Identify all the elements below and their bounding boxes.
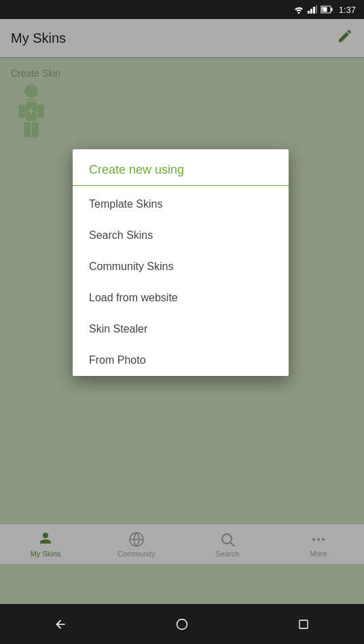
status-bar: ! 1:37: [0, 0, 364, 19]
battery-icon: !: [321, 5, 333, 14]
svg-point-14: [177, 619, 187, 629]
wifi-icon: [293, 5, 304, 14]
system-nav-bar: [0, 604, 364, 644]
dialog-title: Create new using: [73, 149, 289, 186]
svg-rect-15: [299, 620, 308, 628]
from-photo-option[interactable]: From Photo: [73, 345, 289, 376]
status-time: 1:37: [339, 5, 356, 15]
load-from-website-option[interactable]: Load from website: [73, 282, 289, 314]
search-skins-option[interactable]: Search Skins: [73, 220, 289, 251]
svg-text:!: !: [322, 8, 323, 13]
svg-rect-5: [331, 8, 332, 12]
signal-icon: [308, 5, 317, 14]
main-content: My Skins Create Skin +: [0, 19, 364, 604]
svg-rect-0: [308, 11, 310, 14]
recents-button[interactable]: [289, 609, 318, 639]
svg-rect-1: [310, 9, 312, 14]
community-skins-option[interactable]: Community Skins: [73, 251, 289, 282]
create-new-dialog: Create new using Template Skins Search S…: [73, 149, 289, 376]
status-icons: ! 1:37: [293, 5, 356, 15]
svg-rect-2: [313, 7, 315, 14]
svg-rect-3: [316, 5, 317, 14]
home-button[interactable]: [167, 609, 197, 639]
template-skins-option[interactable]: Template Skins: [73, 189, 289, 220]
back-button[interactable]: [46, 609, 75, 639]
skin-stealer-option[interactable]: Skin Stealer: [73, 314, 289, 345]
